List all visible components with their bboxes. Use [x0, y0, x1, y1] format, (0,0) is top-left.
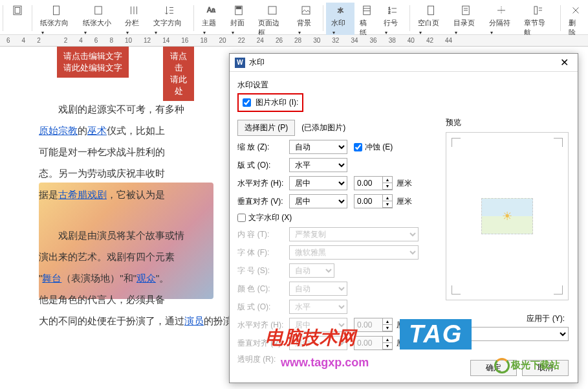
link[interactable]: 观众: [136, 272, 156, 283]
svg-rect-9: [237, 7, 242, 9]
halign-spinner[interactable]: ▲▼: [354, 176, 393, 190]
toolbar-watermark-button[interactable]: 水水印▾: [326, 3, 354, 39]
toolbar-orient-button[interactable]: 纸张方向▾: [35, 3, 78, 39]
placeholder-box-2[interactable]: 请点击 请此处: [163, 47, 194, 101]
link[interactable]: 巫术: [87, 125, 107, 136]
text: （表演场地）"和": [61, 272, 136, 283]
placeholder-text: 请点击编辑文字: [63, 50, 122, 62]
svg-rect-11: [302, 6, 310, 14]
svg-rect-20: [428, 6, 433, 15]
valign2-label: 垂直对齐 (V):: [237, 338, 289, 349]
watermark-icon: 水: [334, 4, 347, 17]
placeholder-text: 请此处: [169, 74, 188, 97]
placeholder-text: 请点击: [169, 50, 188, 74]
apply-select[interactable]: 整篇: [446, 327, 569, 341]
margin-icon: [11, 4, 24, 17]
svg-text:2: 2: [389, 10, 391, 14]
section-label: 水印设置: [237, 80, 570, 91]
halign2-spinner: ▲▼: [354, 318, 393, 332]
halign-select[interactable]: 居中: [289, 176, 347, 190]
text: "。: [156, 272, 169, 283]
apply-label: 应用于 (Y):: [527, 313, 565, 324]
layout-label: 版 式 (O):: [237, 160, 289, 171]
cancel-button[interactable]: 取消: [522, 360, 569, 376]
select-image-button[interactable]: 选择图片 (P): [237, 120, 295, 136]
toolbar-border-button[interactable]: 页面边框: [253, 3, 292, 39]
link[interactable]: 舞台: [42, 272, 61, 283]
color-label: 颜 色 (C):: [237, 283, 289, 295]
paper-icon: [360, 4, 373, 17]
layout-select[interactable]: 水平: [289, 158, 347, 172]
svg-text:1: 1: [389, 6, 391, 10]
unit-label: 厘米: [397, 338, 412, 349]
blank-icon: [424, 4, 437, 17]
valign2-select: 居中: [289, 336, 347, 350]
link[interactable]: 原始宗教: [39, 125, 78, 136]
image-watermark-checkbox[interactable]: [243, 98, 251, 107]
content-select: 严禁复制: [289, 227, 419, 241]
text: 大的不同的处便在于扮演了，通过: [39, 315, 184, 326]
toolbar-nav-button[interactable]: 章节导航: [519, 3, 558, 39]
content-label: 内 容 (T):: [237, 229, 289, 240]
zoom-select[interactable]: 自动: [289, 140, 347, 154]
toolbar-textdir-button[interactable]: 文字方向▾: [148, 3, 191, 39]
checkbox-label: 文字水印 (X): [248, 212, 292, 223]
text: 的: [78, 125, 87, 136]
close-button[interactable]: ✕: [556, 56, 572, 69]
cover-icon: [232, 4, 245, 17]
svg-rect-13: [363, 6, 370, 15]
columns-icon: [127, 4, 140, 17]
unit-label: 厘米: [397, 320, 412, 331]
erode-checkbox[interactable]: [354, 143, 362, 151]
toolbar-cover-button[interactable]: 封面▾: [225, 3, 254, 39]
preview-label: 预览: [446, 117, 569, 128]
layout2-label: 版 式 (O):: [237, 302, 289, 313]
lineno-icon: 12: [386, 4, 399, 17]
svg-rect-3: [95, 6, 102, 14]
sep-icon: [495, 4, 508, 17]
toolbar-toc-button[interactable]: 目录页▾: [448, 3, 484, 39]
text: 据是: [39, 189, 58, 200]
toolbar-blank-button[interactable]: 空白页▾: [413, 3, 448, 39]
svg-rect-2: [53, 6, 59, 15]
valign-select[interactable]: 居中: [289, 194, 347, 208]
zoom-label: 缩 放 (Z):: [237, 142, 289, 153]
checkbox-label: 图片水印 (I):: [256, 98, 298, 107]
toolbar-size-button[interactable]: 纸张大小▾: [78, 3, 120, 39]
svg-rect-1: [15, 8, 20, 14]
del-icon: [569, 4, 582, 17]
text: 态。另一为劳动或庆祝丰收时: [39, 168, 165, 179]
separator: [409, 5, 410, 31]
valign-spinner[interactable]: ▲▼: [354, 194, 393, 208]
horizontal-ruler: 6422468101214161820222426283032343638404…: [0, 35, 588, 47]
valign-label: 垂直对齐 (V):: [237, 196, 289, 207]
orient-icon: [50, 4, 63, 17]
opacity-label: 透明度 (R):: [237, 354, 289, 365]
placeholder-box-1[interactable]: 请点击编辑文字 请此处编辑文字: [57, 47, 129, 78]
toolbar-theme-button[interactable]: Aa主题▾: [197, 3, 225, 39]
ok-button[interactable]: 确定: [470, 360, 517, 376]
font-label: 字 体 (F):: [237, 247, 289, 258]
toolbar-del-button[interactable]: 删除: [563, 3, 588, 39]
link[interactable]: 古希腊戏剧: [58, 189, 107, 200]
dialog-title: 水印: [249, 57, 265, 68]
separator: [32, 5, 32, 31]
halign-label: 水平对齐 (H):: [237, 178, 289, 189]
preview-section: 预览 ☀: [446, 117, 569, 300]
toolbar-sep-button[interactable]: 分隔符▾: [484, 3, 519, 39]
theme-icon: Aa: [204, 4, 217, 17]
preview-image-icon: ☀: [481, 198, 533, 234]
toolbar-columns-button[interactable]: 分栏▾: [120, 3, 148, 39]
text-watermark-checkbox[interactable]: [237, 214, 246, 222]
link[interactable]: 演员: [184, 315, 204, 326]
toolbar-lineno-button[interactable]: 12行号▾: [378, 3, 407, 39]
preview-frame: ☀: [446, 132, 569, 300]
toolbar-margin-button[interactable]: [6, 3, 29, 39]
toc-icon: [459, 4, 472, 17]
textdir-icon: [163, 4, 176, 17]
halign2-select: 居中: [289, 318, 347, 332]
svg-rect-10: [268, 6, 276, 14]
toolbar-bg-button[interactable]: 背景▾: [292, 3, 320, 39]
toolbar-paper-button[interactable]: 稿纸: [354, 3, 379, 39]
layout2-select: 水平: [289, 300, 347, 314]
